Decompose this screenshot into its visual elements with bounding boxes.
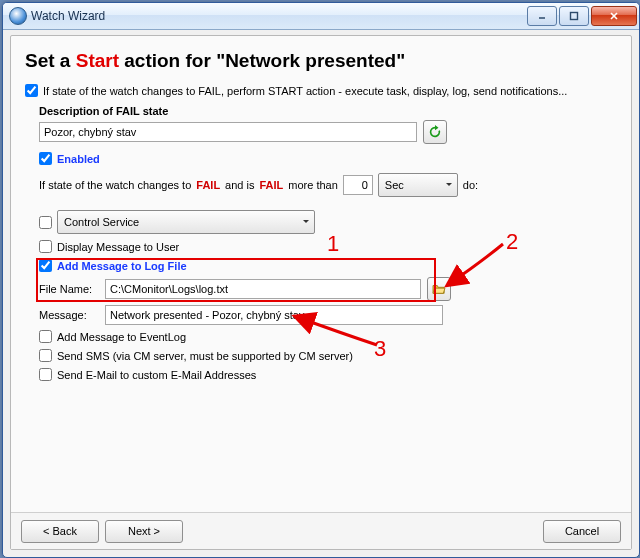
fail-description-input[interactable] (39, 122, 417, 142)
refresh-icon (428, 125, 442, 139)
maximize-button[interactable] (559, 6, 589, 26)
fail-state-change-label: If state of the watch changes to FAIL, p… (43, 85, 567, 97)
folder-open-icon (432, 283, 446, 295)
cancel-button[interactable]: Cancel (543, 520, 621, 543)
svg-rect-1 (571, 13, 578, 20)
add-log-label: Add Message to Log File (57, 260, 187, 272)
sms-checkbox[interactable] (39, 349, 52, 362)
minimize-button[interactable] (527, 6, 557, 26)
refresh-button[interactable] (423, 120, 447, 144)
back-button[interactable]: < Back (21, 520, 99, 543)
titlebar[interactable]: Watch Wizard (3, 3, 639, 30)
fail-description-label: Description of FAIL state (39, 105, 617, 117)
fail-delay-input[interactable] (343, 175, 373, 195)
app-icon (9, 7, 27, 25)
display-message-checkbox[interactable] (39, 240, 52, 253)
file-name-label: File Name: (39, 283, 99, 295)
eventlog-checkbox[interactable] (39, 330, 52, 343)
window-title: Watch Wizard (31, 9, 527, 23)
watch-wizard-window: Watch Wizard Set a Start action for "Net… (2, 2, 640, 558)
page-heading: Set a Start action for "Network presente… (11, 36, 631, 82)
next-button[interactable]: Next > (105, 520, 183, 543)
display-message-label: Display Message to User (57, 241, 179, 253)
browse-file-button[interactable] (427, 277, 451, 301)
file-name-input[interactable] (105, 279, 421, 299)
chevron-down-icon (302, 216, 310, 228)
action-select[interactable]: Control Service (57, 210, 315, 234)
close-button[interactable] (591, 6, 637, 26)
enabled-label: Enabled (57, 153, 100, 165)
chevron-down-icon (445, 179, 453, 191)
add-log-checkbox[interactable] (39, 259, 52, 272)
message-input[interactable] (105, 305, 443, 325)
fail-delay-unit-select[interactable]: Sec (378, 173, 458, 197)
enabled-checkbox[interactable] (39, 152, 52, 165)
message-label: Message: (39, 309, 99, 321)
eventlog-label: Add Message to EventLog (57, 331, 186, 343)
sms-label: Send SMS (via CM server, must be support… (57, 350, 353, 362)
client-area: Set a Start action for "Network presente… (10, 35, 632, 550)
fail-state-change-checkbox[interactable] (25, 84, 38, 97)
control-service-checkbox[interactable] (39, 216, 52, 229)
email-checkbox[interactable] (39, 368, 52, 381)
footer-bar: < Back Next > Cancel (11, 512, 631, 549)
fail-condition-row: If state of the watch changes to FAIL an… (39, 173, 617, 197)
email-label: Send E-Mail to custom E-Mail Addresses (57, 369, 256, 381)
